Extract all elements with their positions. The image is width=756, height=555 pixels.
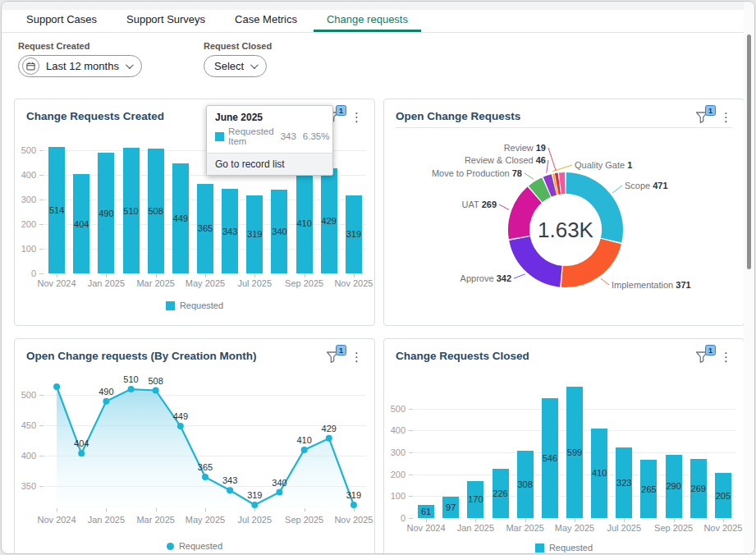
y-axis-tick <box>39 249 44 250</box>
donut-segment-move-to-production[interactable] <box>535 187 546 194</box>
x-axis-label: Sep 2025 <box>649 523 699 533</box>
x-axis-label: Jan 2025 <box>451 523 500 533</box>
y-axis-tick <box>409 409 413 410</box>
tab-case-metrics[interactable]: Case Metrics <box>225 10 307 32</box>
bar-value-label: 410 <box>587 468 612 478</box>
y-axis-label: 0 <box>11 268 36 278</box>
y-axis-label: 0 <box>381 513 405 523</box>
data-point[interactable] <box>103 398 109 405</box>
donut-segment-label: Approve 342 <box>460 273 511 283</box>
data-point[interactable] <box>153 388 159 394</box>
x-axis-tick <box>575 519 575 522</box>
x-axis-tick <box>354 508 355 511</box>
data-point[interactable] <box>326 435 332 442</box>
bar-value-label: 449 <box>168 213 193 223</box>
point-value-label: 319 <box>247 490 262 500</box>
y-axis-label: 400 <box>11 170 36 180</box>
donut-segment-label: Review & Closed 46 <box>465 155 546 165</box>
y-axis-label: 300 <box>381 447 405 457</box>
window-top-strip <box>2 2 754 10</box>
data-point[interactable] <box>78 450 85 456</box>
bar-value-label: 546 <box>538 453 562 463</box>
donut-center-total: 1.63K <box>538 218 594 242</box>
point-value-label: 490 <box>99 387 113 397</box>
request-created-dropdown[interactable]: Last 12 months <box>18 55 142 77</box>
calendar-icon[interactable] <box>22 57 39 75</box>
bar-value-label: 61 <box>414 507 438 516</box>
y-axis-tick <box>39 175 44 176</box>
y-axis-label: 200 <box>11 219 36 229</box>
request-closed-dropdown[interactable]: Select <box>204 55 267 77</box>
data-point[interactable] <box>351 502 357 508</box>
bar-value-label: 429 <box>317 216 341 226</box>
bar-value-label: 269 <box>686 484 711 493</box>
bar-value-label: 343 <box>218 227 242 236</box>
y-axis-tick <box>39 273 44 274</box>
x-axis-label: Nov 2024 <box>32 278 81 288</box>
bar-chart-closed: 0100200300400500619717022630854659941032… <box>384 339 744 554</box>
go-to-record-list-link[interactable]: Go to record list <box>207 153 332 175</box>
label-leader-line <box>525 173 534 179</box>
card-open-change-requests: Open Change Requests 1 ⋮ Scope 471Implem… <box>383 99 745 326</box>
bar-value-label: 510 <box>118 206 143 216</box>
x-axis-tick <box>525 519 526 522</box>
data-point[interactable] <box>276 489 282 496</box>
y-axis-label: 100 <box>381 491 405 501</box>
donut-segment-uat[interactable] <box>519 195 534 237</box>
point-value-label: 410 <box>296 435 311 445</box>
data-point[interactable] <box>301 447 308 453</box>
data-point[interactable] <box>227 487 233 493</box>
tab-support-surveys[interactable]: Support Surveys <box>117 10 215 32</box>
legend-item-requested[interactable]: Requested <box>15 300 374 310</box>
label-leader-line <box>547 160 548 173</box>
x-axis-tick <box>305 508 305 511</box>
legend-item-requested[interactable]: Requested <box>15 541 374 551</box>
bar-value-label: 319 <box>341 229 366 239</box>
x-axis-label: Mar 2025 <box>501 523 550 533</box>
tooltip-percent: 6.35% <box>303 131 330 141</box>
tab-support-cases[interactable]: Support Cases <box>16 10 107 32</box>
tab-change-requests[interactable]: Change requests <box>317 10 418 32</box>
y-axis-tick <box>39 150 44 151</box>
x-axis-label: May 2025 <box>550 523 599 533</box>
bar-value-label: 97 <box>438 502 463 512</box>
y-axis-label: 500 <box>11 145 36 155</box>
x-axis-label: Nov 2025 <box>329 278 378 288</box>
donut-segment-review-closed[interactable] <box>548 185 554 187</box>
y-axis-label: 500 <box>381 404 405 414</box>
chevron-down-icon <box>250 61 259 69</box>
scrollbar-track[interactable] <box>744 2 754 553</box>
x-axis-label: Nov 2024 <box>32 515 81 525</box>
series-swatch <box>215 132 224 141</box>
x-axis-tick <box>106 274 107 278</box>
label-leader-line <box>612 186 622 193</box>
donut-segment-label: Implementation 371 <box>612 280 691 290</box>
x-axis-label: Jul 2025 <box>599 523 648 533</box>
legend-item-requested[interactable]: Requested <box>384 543 744 553</box>
filter-value: Last 12 months <box>46 60 119 72</box>
x-axis-label: May 2025 <box>181 515 230 525</box>
data-point[interactable] <box>53 383 60 390</box>
x-axis-tick <box>205 508 206 511</box>
donut-segment-approve[interactable] <box>520 239 561 277</box>
bar-value-label: 308 <box>513 479 538 489</box>
x-axis-tick <box>254 508 255 511</box>
tab-bar: Support Cases Support Surveys Case Metri… <box>2 10 754 33</box>
bar-value-label: 170 <box>463 494 488 504</box>
data-point[interactable] <box>128 386 135 392</box>
x-axis-tick <box>624 519 625 522</box>
data-point[interactable] <box>251 502 258 508</box>
tooltip-title: June 2025 <box>207 106 332 125</box>
donut-segment-implementation[interactable] <box>562 241 612 277</box>
data-point[interactable] <box>177 423 184 429</box>
bar-value-label: 323 <box>612 478 636 488</box>
scrollbar-thumb[interactable] <box>747 34 751 269</box>
x-axis-label: Jan 2025 <box>81 515 131 525</box>
legend-label: Requested <box>549 543 593 553</box>
x-axis-label: Nov 2025 <box>329 515 378 525</box>
x-axis-label: Sep 2025 <box>280 515 329 525</box>
data-point[interactable] <box>202 474 208 480</box>
y-axis-label: 400 <box>381 425 405 435</box>
card-change-requests-closed: Change Requests Closed 1 ⋮ 0100200300400… <box>383 338 745 554</box>
donut-segment-review[interactable] <box>557 184 559 185</box>
